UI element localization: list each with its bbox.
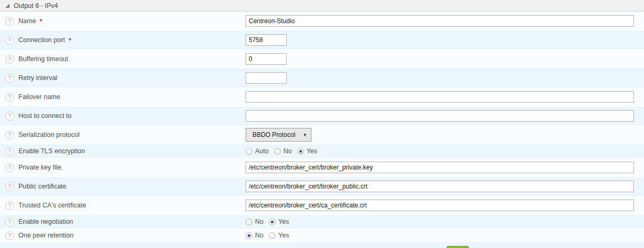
enable-negotiation-radio-label-no: No xyxy=(255,218,264,225)
serialization-protocol-select[interactable]: BBDO Protocol▼ xyxy=(246,128,311,142)
required-asterisk: * xyxy=(69,36,71,44)
help-icon[interactable]: ? xyxy=(5,112,14,121)
field-control: NoYes xyxy=(246,218,294,225)
field-control xyxy=(246,162,634,173)
field-label-connection-port: Connection port xyxy=(18,36,65,44)
section-header[interactable]: Output 6 - IPv4 xyxy=(0,0,644,12)
help-icon[interactable]: ? xyxy=(5,231,14,240)
help-icon[interactable]: ? xyxy=(5,182,14,191)
form-row-retry-interval: ?Retry interval xyxy=(0,68,644,87)
one-peer-retention-radio-label-yes: Yes xyxy=(278,232,289,239)
selected-option-label: BBDO Protocol xyxy=(252,131,295,138)
form-row-serialization-protocol: ?Serialization protocolBBDO Protocol▼ xyxy=(0,125,644,144)
enable-tls-encryption-radio-yes[interactable] xyxy=(297,148,304,155)
field-label-serialization-protocol: Serialization protocol xyxy=(18,131,80,138)
form-rows: ?Name*?Connection port*?Buffering timeou… xyxy=(0,12,644,242)
footer-strip xyxy=(0,242,644,248)
field-control xyxy=(246,200,634,211)
enable-negotiation-radio-label-yes: Yes xyxy=(278,218,289,225)
one-peer-retention-radio-label-no: No xyxy=(255,232,264,239)
form-row-trusted-ca-certificate: ?Trusted CA's certificate xyxy=(0,196,644,215)
enable-tls-encryption-radio-auto[interactable] xyxy=(246,148,252,155)
form-row-failover-name: ?Failover name xyxy=(0,87,644,106)
field-control xyxy=(246,110,634,122)
enable-negotiation-radio-yes[interactable] xyxy=(269,219,276,225)
buffering-timeout-input[interactable] xyxy=(246,53,287,65)
broker-output-config-form: Output 6 - IPv4 ?Name*?Connection port*?… xyxy=(0,0,644,248)
field-control: AutoNoYes xyxy=(246,147,323,155)
save-button[interactable] xyxy=(446,246,469,248)
help-icon[interactable]: ? xyxy=(5,74,14,83)
help-icon[interactable]: ? xyxy=(5,17,14,26)
collapse-triangle-icon xyxy=(5,4,9,8)
enable-tls-encryption-radio-no[interactable] xyxy=(274,148,281,155)
connection-port-input[interactable] xyxy=(246,34,287,46)
field-control xyxy=(246,15,634,27)
required-asterisk: * xyxy=(40,17,42,25)
field-label-name: Name xyxy=(18,17,36,25)
form-row-enable-tls-encryption: ?Enable TLS encryptionAutoNoYes xyxy=(0,144,644,158)
form-row-private-key-file: ?Private key file. xyxy=(0,158,644,177)
form-row-public-certificate: ?Public certificate xyxy=(0,177,644,196)
help-icon[interactable]: ? xyxy=(5,55,14,64)
field-control xyxy=(246,53,287,65)
field-control xyxy=(246,72,287,84)
one-peer-retention-radio-no[interactable] xyxy=(246,232,252,239)
private-key-file-input[interactable] xyxy=(246,162,634,173)
form-row-one-peer-retention: ?One peer retentionNoYes xyxy=(0,229,644,242)
help-icon[interactable]: ? xyxy=(5,36,14,45)
field-control xyxy=(246,181,634,192)
field-label-public-certificate: Public certificate xyxy=(18,183,66,190)
field-label-failover-name: Failover name xyxy=(18,93,60,101)
section-title: Output 6 - IPv4 xyxy=(14,2,58,9)
one-peer-retention-radio-yes[interactable] xyxy=(269,232,276,239)
field-label-enable-tls-encryption: Enable TLS encryption xyxy=(18,147,85,155)
enable-negotiation-radio-no[interactable] xyxy=(246,219,252,225)
field-control xyxy=(246,91,634,103)
form-row-name: ?Name* xyxy=(0,12,644,31)
enable-tls-encryption-radio-label-no: No xyxy=(284,147,292,155)
field-label-buffering-timeout: Buffering timeout xyxy=(18,55,68,63)
help-icon[interactable]: ? xyxy=(5,147,14,156)
help-icon[interactable]: ? xyxy=(5,131,14,140)
failover-name-input[interactable] xyxy=(246,91,634,103)
trusted-ca-certificate-input[interactable] xyxy=(246,200,634,211)
field-control: NoYes xyxy=(246,232,294,239)
form-row-connection-port: ?Connection port* xyxy=(0,31,644,49)
help-icon[interactable]: ? xyxy=(5,163,14,172)
form-row-host-to-connect-to: ?Host to connect to xyxy=(0,106,644,125)
help-icon[interactable]: ? xyxy=(5,217,14,226)
field-label-private-key-file: Private key file. xyxy=(18,164,63,171)
enable-tls-encryption-radio-label-yes: Yes xyxy=(307,147,317,155)
public-certificate-input[interactable] xyxy=(246,181,634,192)
field-control xyxy=(246,34,287,46)
help-icon[interactable]: ? xyxy=(5,93,14,102)
field-label-retry-interval: Retry interval xyxy=(18,74,57,82)
field-label-host-to-connect-to: Host to connect to xyxy=(18,112,72,120)
enable-tls-encryption-radio-label-auto: Auto xyxy=(255,147,269,155)
field-control: BBDO Protocol▼ xyxy=(246,128,311,142)
host-to-connect-to-input[interactable] xyxy=(246,110,634,122)
help-icon[interactable]: ? xyxy=(5,201,14,210)
field-label-trusted-ca-certificate: Trusted CA's certificate xyxy=(18,202,86,209)
form-row-enable-negotiation: ?Enable negotiationNoYes xyxy=(0,215,644,229)
name-input[interactable] xyxy=(246,15,634,27)
retry-interval-input[interactable] xyxy=(246,72,287,84)
field-label-enable-negotiation: Enable negotiation xyxy=(18,218,73,225)
field-label-one-peer-retention: One peer retention xyxy=(18,232,73,239)
dropdown-arrow-icon: ▼ xyxy=(303,133,307,137)
form-row-buffering-timeout: ?Buffering timeout xyxy=(0,49,644,68)
